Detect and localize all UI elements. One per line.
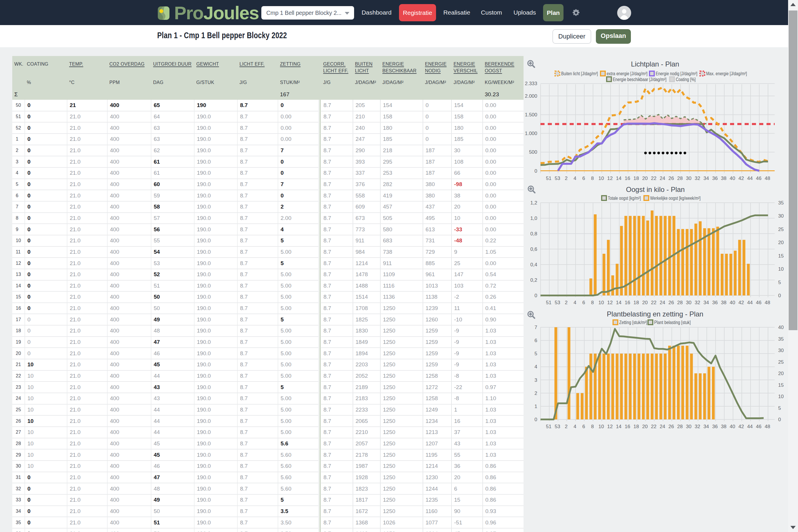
svg-text:500: 500 [529, 149, 537, 155]
svg-text:1: 1 [535, 404, 537, 409]
svg-text:1.000: 1.000 [525, 131, 537, 136]
svg-text:5: 5 [778, 280, 781, 285]
svg-text:44: 44 [747, 176, 753, 181]
svg-text:0: 0 [778, 417, 781, 422]
svg-text:5: 5 [535, 351, 537, 356]
svg-text:35: 35 [778, 200, 784, 206]
svg-text:22: 22 [651, 300, 657, 305]
svg-text:14: 14 [616, 424, 622, 429]
svg-text:20: 20 [642, 424, 648, 429]
svg-text:48: 48 [765, 424, 770, 429]
svg-text:3: 3 [535, 377, 537, 383]
svg-text:40: 40 [778, 325, 784, 330]
svg-text:30: 30 [686, 176, 691, 181]
svg-text:Totale oogst [kg/m²]: Totale oogst [kg/m²] [608, 195, 641, 201]
svg-text:2.000: 2.000 [525, 93, 537, 99]
svg-text:24: 24 [660, 300, 665, 305]
svg-text:30: 30 [778, 213, 784, 219]
svg-text:48: 48 [765, 300, 770, 305]
svg-text:30: 30 [686, 300, 691, 305]
svg-text:Coating [%]: Coating [%] [676, 77, 696, 82]
svg-text:0: 0 [535, 417, 537, 422]
svg-text:2: 2 [565, 424, 567, 429]
svg-text:44: 44 [747, 424, 753, 429]
svg-text:25: 25 [778, 359, 784, 365]
svg-text:10: 10 [598, 176, 604, 181]
svg-text:53: 53 [555, 424, 560, 429]
svg-text:22: 22 [651, 176, 657, 181]
svg-text:32: 32 [695, 424, 700, 429]
svg-text:16: 16 [625, 176, 630, 181]
svg-text:42: 42 [739, 176, 744, 181]
svg-text:2: 2 [565, 300, 567, 305]
svg-text:42: 42 [739, 300, 744, 305]
svg-text:1.500: 1.500 [525, 112, 537, 117]
svg-text:51: 51 [546, 176, 552, 181]
svg-text:10: 10 [778, 394, 784, 399]
svg-text:32: 32 [695, 176, 700, 181]
svg-text:8: 8 [591, 300, 593, 305]
svg-text:42: 42 [739, 424, 744, 429]
svg-text:35: 35 [778, 336, 784, 342]
svg-text:12: 12 [607, 176, 613, 181]
svg-text:53: 53 [555, 300, 560, 305]
svg-text:Buiten licht [J/dag/m²]: Buiten licht [J/dag/m²] [561, 71, 598, 76]
svg-text:40: 40 [730, 176, 735, 181]
svg-text:10: 10 [598, 424, 604, 429]
svg-text:14: 14 [616, 176, 622, 181]
svg-text:5: 5 [778, 405, 781, 411]
svg-text:26: 26 [668, 424, 674, 429]
svg-text:2.333: 2.333 [525, 81, 537, 86]
svg-text:16: 16 [625, 300, 630, 305]
svg-text:Oogst in kilo - Plan: Oogst in kilo - Plan [626, 186, 685, 193]
svg-text:34: 34 [703, 300, 709, 305]
svg-text:36: 36 [712, 424, 718, 429]
svg-text:40: 40 [730, 300, 735, 305]
svg-text:34: 34 [703, 424, 709, 429]
svg-text:20: 20 [642, 176, 648, 181]
svg-text:48: 48 [765, 176, 770, 181]
svg-text:20: 20 [642, 300, 648, 305]
svg-text:Plant belasting [stuk]: Plant belasting [stuk] [654, 320, 691, 325]
svg-text:4: 4 [573, 300, 576, 305]
svg-text:0,8: 0,8 [530, 231, 537, 236]
svg-text:15: 15 [778, 253, 784, 259]
svg-text:40: 40 [730, 424, 735, 429]
svg-text:20: 20 [778, 240, 784, 245]
svg-text:0: 0 [535, 293, 537, 298]
svg-text:8: 8 [591, 176, 593, 181]
svg-text:38: 38 [721, 300, 726, 305]
svg-text:26: 26 [668, 176, 674, 181]
svg-text:2: 2 [565, 176, 567, 181]
svg-text:4: 4 [573, 424, 576, 429]
svg-text:30: 30 [686, 424, 691, 429]
svg-text:20: 20 [778, 371, 784, 376]
svg-text:10: 10 [778, 266, 784, 272]
svg-text:6: 6 [582, 176, 585, 181]
svg-text:extra energie [J/dag/m²]: extra energie [J/dag/m²] [607, 71, 647, 76]
svg-text:2: 2 [535, 391, 537, 396]
svg-text:26: 26 [668, 300, 674, 305]
svg-text:28: 28 [677, 300, 683, 305]
svg-text:6: 6 [582, 300, 585, 305]
svg-text:46: 46 [756, 300, 762, 305]
svg-text:6: 6 [582, 424, 585, 429]
svg-text:18: 18 [633, 176, 639, 181]
svg-text:Energie nodig [J/dag/m²]: Energie nodig [J/dag/m²] [656, 71, 697, 76]
svg-text:28: 28 [677, 424, 683, 429]
svg-text:18: 18 [633, 300, 639, 305]
svg-text:8: 8 [591, 424, 593, 429]
svg-text:15: 15 [778, 382, 784, 388]
svg-text:7: 7 [535, 325, 537, 330]
svg-text:36: 36 [712, 176, 718, 181]
svg-text:Werkelijke oogst [kg/week/m²]: Werkelijke oogst [kg/week/m²] [650, 195, 701, 201]
svg-text:38: 38 [721, 176, 726, 181]
svg-text:36: 36 [712, 300, 718, 305]
svg-text:32: 32 [695, 300, 700, 305]
svg-text:12: 12 [607, 424, 613, 429]
svg-text:6: 6 [535, 338, 537, 343]
svg-text:Plantbelasting en zetting - Pl: Plantbelasting en zetting - Plan [607, 310, 703, 318]
svg-text:0: 0 [535, 168, 537, 174]
svg-text:0,4: 0,4 [530, 262, 537, 267]
svg-text:51: 51 [546, 300, 552, 305]
